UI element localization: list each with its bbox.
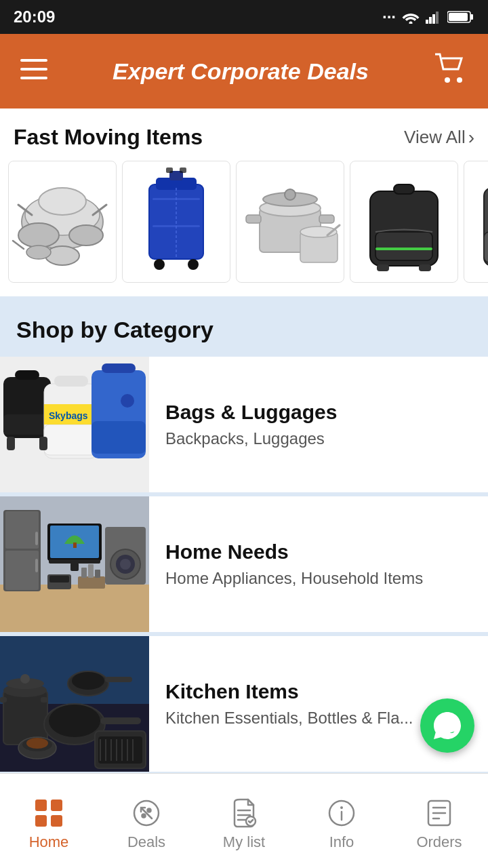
deals-icon [131, 798, 161, 828]
svg-rect-84 [78, 576, 105, 589]
status-bar: 20:09 ··· [0, 0, 488, 34]
svg-rect-3 [432, 14, 435, 24]
svg-point-119 [142, 814, 146, 817]
svg-rect-6 [470, 14, 473, 20]
svg-point-31 [188, 259, 199, 270]
app-header: Expert Corporate Deals [0, 34, 488, 108]
svg-rect-8 [20, 59, 47, 62]
category-section-title: Shop by Category [0, 310, 488, 357]
nav-item-info[interactable]: Info [293, 774, 390, 868]
luggage-image [132, 164, 220, 279]
cart-button[interactable] [434, 53, 468, 90]
product-card-1[interactable] [8, 161, 117, 283]
svg-rect-72 [35, 559, 38, 572]
svg-rect-87 [95, 570, 100, 578]
menu-button[interactable] [20, 57, 47, 85]
signal-icon [426, 10, 442, 24]
svg-rect-115 [51, 800, 62, 811]
nav-item-mylist[interactable]: My list [195, 774, 293, 868]
list-icon [229, 798, 259, 828]
category-card-bags[interactable]: Skybags Bags & Luggages Backpacks, Lugga… [0, 357, 488, 492]
category-card-kitchen[interactable]: Kitchen Items Kitchen Essentials, Bottle… [0, 636, 488, 772]
home-category-image [0, 496, 149, 632]
svg-point-97 [49, 705, 100, 737]
svg-rect-103 [98, 736, 142, 764]
category-card-home[interactable]: Home Needs Home Appliances, Household It… [0, 496, 488, 632]
svg-point-93 [20, 674, 30, 684]
home-grid-icon [34, 798, 64, 828]
svg-rect-43 [394, 184, 414, 194]
view-all-button[interactable]: View All › [404, 127, 474, 149]
svg-rect-71 [35, 532, 38, 545]
nav-item-orders[interactable]: Orders [390, 774, 488, 868]
svg-rect-37 [246, 215, 261, 223]
svg-rect-9 [20, 68, 47, 71]
whatsapp-button[interactable] [420, 698, 474, 753]
wifi-icon [401, 10, 420, 24]
svg-point-16 [69, 225, 103, 245]
kitchen-category-image [0, 636, 149, 772]
svg-rect-75 [73, 542, 77, 548]
product-card-5[interactable] [464, 161, 488, 283]
nav-item-deals[interactable]: Deals [98, 774, 195, 868]
product-card-3[interactable] [236, 161, 344, 283]
svg-rect-77 [70, 563, 79, 571]
orders-icon [424, 798, 454, 828]
product-card-2[interactable] [122, 161, 230, 283]
whatsapp-icon [431, 709, 464, 742]
svg-point-100 [72, 672, 104, 690]
svg-rect-46 [377, 264, 389, 271]
svg-rect-62 [102, 363, 136, 373]
product-card-4[interactable] [350, 161, 458, 283]
status-time: 20:09 [14, 7, 55, 26]
bag5-image [477, 167, 488, 276]
svg-point-21 [26, 245, 51, 259]
svg-rect-44 [375, 232, 432, 260]
kitchen-category-name: Kitchen Items [165, 680, 472, 703]
svg-rect-54 [15, 370, 39, 380]
svg-rect-116 [35, 815, 47, 827]
home-category-name: Home Needs [165, 540, 472, 564]
kitchen-image-wrap [0, 636, 149, 772]
svg-rect-117 [51, 815, 62, 827]
nav-item-home[interactable]: Home [0, 774, 98, 868]
nav-info-label: Info [329, 833, 354, 851]
svg-rect-61 [92, 421, 146, 454]
home-text-wrap: Home Needs Home Appliances, Household It… [149, 527, 488, 601]
bags-text-wrap: Bags & Luggages Backpacks, Luggages [149, 387, 488, 462]
fast-moving-section: Fast Moving Items View All › [0, 108, 488, 296]
svg-rect-47 [419, 264, 431, 271]
bottom-nav: Home Deals My list Info [0, 773, 488, 868]
pots-image [239, 171, 341, 273]
status-icons: ··· [382, 7, 474, 26]
svg-rect-86 [88, 564, 94, 578]
svg-point-15 [18, 223, 59, 248]
view-all-label: View All [404, 127, 466, 148]
chevron-right-icon: › [468, 127, 474, 149]
svg-rect-98 [100, 717, 141, 724]
info-icon [327, 798, 357, 828]
svg-rect-69 [5, 511, 39, 549]
svg-rect-67 [0, 585, 149, 632]
svg-rect-2 [429, 17, 432, 24]
fast-moving-title: Fast Moving Items [14, 125, 203, 150]
svg-rect-45 [375, 248, 432, 250]
svg-text:Skybags: Skybags [49, 410, 88, 421]
svg-point-30 [154, 259, 165, 270]
dots-icon: ··· [382, 7, 396, 26]
cookware-image [12, 167, 113, 276]
svg-rect-38 [319, 215, 334, 223]
bags-category-image: Skybags [0, 357, 149, 492]
svg-point-83 [120, 559, 131, 570]
svg-rect-65 [39, 437, 47, 450]
battery-icon [447, 10, 474, 24]
fast-moving-scroll[interactable] [0, 161, 488, 283]
backpack-image [357, 167, 451, 276]
svg-point-120 [148, 808, 151, 812]
svg-rect-101 [105, 677, 132, 682]
svg-point-124 [340, 806, 343, 809]
nav-home-label: Home [29, 833, 69, 851]
nav-orders-label: Orders [416, 833, 462, 851]
fast-moving-header: Fast Moving Items View All › [0, 108, 488, 161]
svg-rect-10 [20, 77, 47, 79]
